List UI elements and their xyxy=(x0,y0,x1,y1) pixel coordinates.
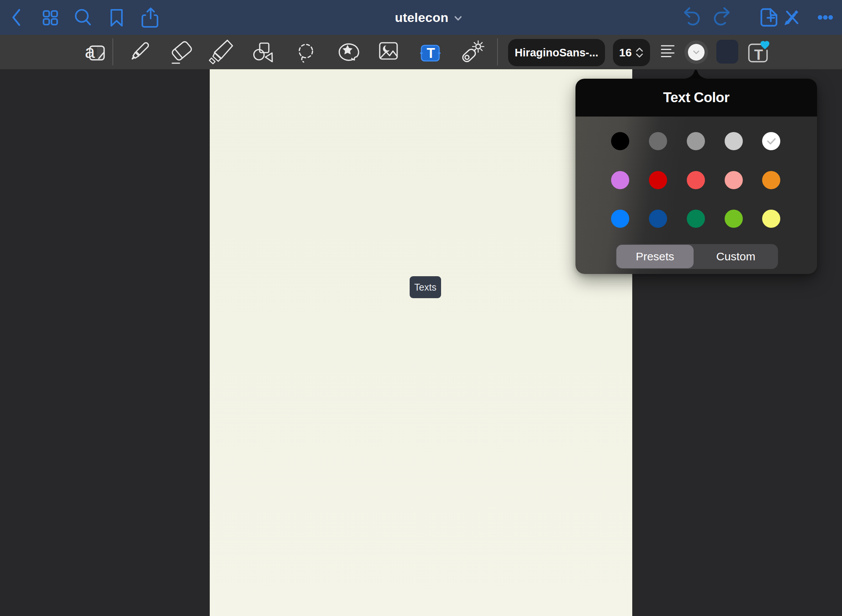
svg-text:T: T xyxy=(754,47,763,63)
svg-text:T: T xyxy=(427,45,435,61)
svg-text:a: a xyxy=(85,42,95,62)
